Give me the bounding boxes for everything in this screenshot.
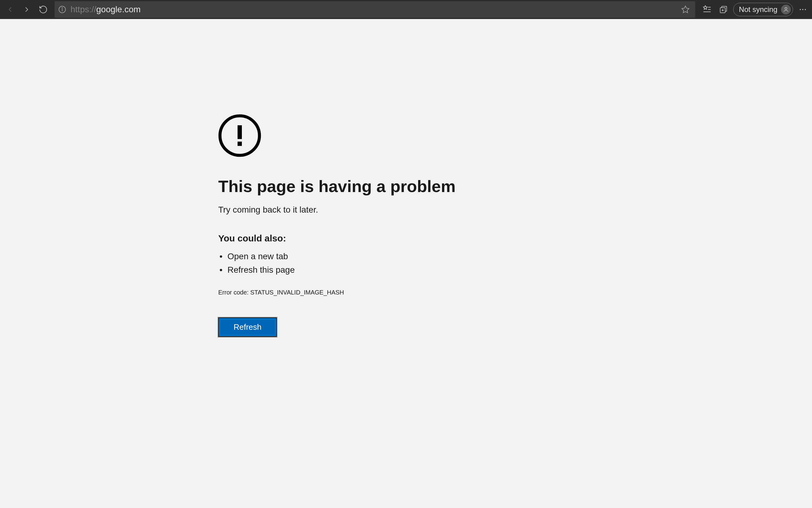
svg-point-14 — [805, 9, 806, 10]
more-menu-icon[interactable] — [796, 3, 810, 16]
favorite-star-icon[interactable] — [679, 5, 691, 14]
site-info-icon[interactable] — [58, 5, 66, 13]
svg-marker-4 — [703, 6, 707, 9]
error-code: Error code: STATUS_INVALID_IMAGE_HASH — [218, 289, 456, 296]
toolbar-right: Not syncing — [699, 3, 810, 16]
collections-icon[interactable] — [717, 3, 730, 16]
back-button[interactable] — [2, 2, 18, 17]
avatar-icon — [781, 5, 791, 14]
suggestions-list: Open a new tab Refresh this page — [218, 250, 456, 277]
svg-point-2 — [62, 8, 62, 8]
svg-marker-3 — [682, 6, 689, 12]
favorites-list-icon[interactable] — [700, 3, 714, 16]
svg-rect-17 — [238, 142, 242, 146]
suggestions-heading: You could also: — [218, 233, 456, 244]
error-panel: This page is having a problem Try coming… — [218, 114, 456, 508]
url-domain: google.com — [96, 5, 141, 14]
svg-rect-16 — [238, 125, 242, 139]
address-bar[interactable]: https://google.com — [55, 1, 695, 18]
error-title: This page is having a problem — [218, 177, 456, 196]
suggestion-item: Refresh this page — [218, 263, 456, 277]
url-protocol: https:// — [70, 5, 96, 14]
browser-toolbar: https://google.com Not s — [0, 0, 812, 19]
sync-status-label: Not syncing — [739, 5, 777, 14]
error-code-value: STATUS_INVALID_IMAGE_HASH — [250, 289, 344, 296]
profile-sync-button[interactable]: Not syncing — [733, 3, 793, 16]
svg-point-12 — [800, 9, 801, 10]
page-content: This page is having a problem Try coming… — [0, 19, 812, 508]
url-display[interactable]: https://google.com — [70, 5, 675, 14]
suggestion-item: Open a new tab — [218, 250, 456, 263]
error-subtitle: Try coming back to it later. — [218, 205, 456, 215]
warning-circle-icon — [218, 114, 456, 158]
error-code-label: Error code: — [218, 289, 250, 296]
refresh-toolbar-button[interactable] — [36, 2, 51, 17]
refresh-button[interactable]: Refresh — [218, 318, 277, 337]
svg-point-11 — [785, 7, 787, 9]
forward-button[interactable] — [19, 2, 34, 17]
svg-point-13 — [802, 9, 803, 10]
